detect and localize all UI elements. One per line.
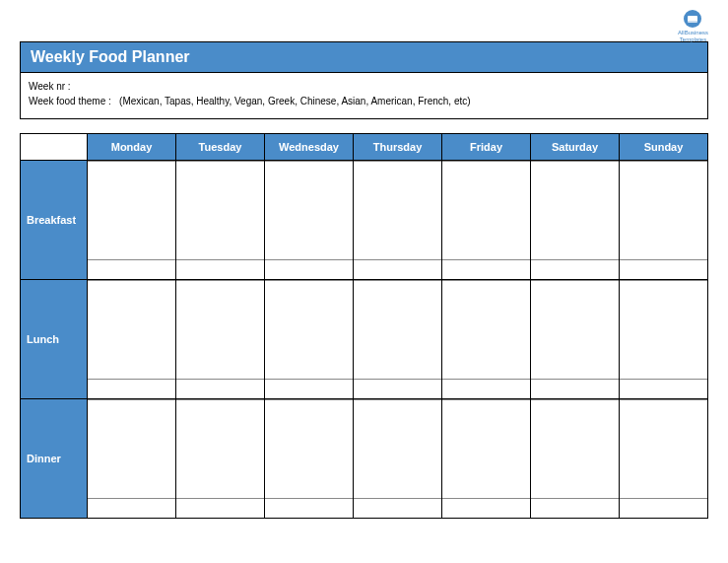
slot-dinner-sun[interactable] (620, 399, 708, 519)
slot-dinner-mon[interactable] (88, 399, 176, 519)
slot-breakfast-mon[interactable] (88, 161, 176, 280)
slot-lunch-sun[interactable] (620, 280, 708, 399)
slot-breakfast-tue[interactable] (176, 161, 265, 280)
slot-lunch-tue[interactable] (176, 280, 265, 399)
slot-breakfast-wed[interactable] (265, 161, 354, 280)
slot-lunch-sat[interactable] (531, 280, 620, 399)
slot-lunch-mon[interactable] (88, 280, 176, 399)
logo-text-2: Templates (678, 36, 708, 43)
logo-text-1: AllBusiness (678, 30, 708, 36)
corner-cell (21, 134, 88, 161)
day-header-sun: Sunday (620, 134, 708, 161)
slot-lunch-thu[interactable] (354, 280, 442, 399)
week-nr-label: Week nr : (29, 81, 71, 92)
table-row: Dinner (21, 399, 708, 519)
meta-section: Week nr : Week food theme : (Mexican, Ta… (20, 72, 708, 119)
slot-dinner-tue[interactable] (176, 399, 265, 519)
day-header-wed: Wednesday (265, 134, 354, 161)
slot-lunch-fri[interactable] (442, 280, 531, 399)
day-header-mon: Monday (88, 134, 176, 161)
slot-breakfast-thu[interactable] (354, 161, 442, 280)
day-header-tue: Tuesday (176, 134, 265, 161)
slot-breakfast-sun[interactable] (620, 161, 708, 280)
slot-breakfast-sat[interactable] (531, 161, 620, 280)
slot-dinner-thu[interactable] (354, 399, 442, 519)
meal-header-lunch: Lunch (21, 280, 88, 399)
slot-breakfast-fri[interactable] (442, 161, 531, 280)
slot-dinner-sat[interactable] (531, 399, 620, 519)
slot-dinner-wed[interactable] (265, 399, 354, 519)
page-title: Weekly Food Planner (20, 41, 708, 72)
meal-header-dinner: Dinner (21, 399, 88, 519)
week-theme-label: Week food theme : (29, 96, 111, 106)
brand-logo: AllBusiness Templates (678, 10, 708, 42)
day-header-fri: Friday (442, 134, 531, 161)
day-header-thu: Thursday (354, 134, 442, 161)
day-header-sat: Saturday (531, 134, 620, 161)
meal-header-breakfast: Breakfast (21, 161, 88, 280)
week-theme-value: (Mexican, Tapas, Healthy, Vegan, Greek, … (119, 96, 470, 106)
planner-table: Monday Tuesday Wednesday Thursday Friday… (20, 133, 708, 519)
table-row: Breakfast (21, 161, 708, 280)
table-row: Lunch (21, 280, 708, 399)
slot-lunch-wed[interactable] (265, 280, 354, 399)
logo-icon (684, 10, 701, 28)
slot-dinner-fri[interactable] (442, 399, 531, 519)
